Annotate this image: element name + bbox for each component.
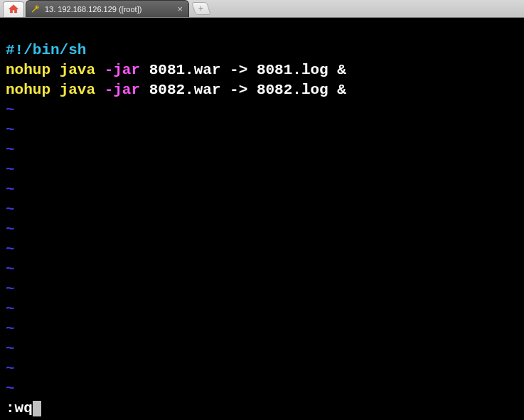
terminal-viewport[interactable]: #!/bin/sh nohup java -jar 8081.war -> 80… [0,18,524,420]
tab-bar: 13. 192.168.126.129 ([root]) × + [0,0,524,18]
cursor [33,401,41,416]
tilde-line: ~ [6,102,15,118]
tilde-line: ~ [6,321,15,337]
tilde-line: ~ [6,360,15,377]
tilde-line: ~ [6,201,15,217]
editor-content: #!/bin/sh nohup java -jar 8081.war -> 80… [6,21,518,399]
tilde-line: ~ [6,241,15,257]
code-line: nohup java -jar 8082.war -> 8082.log & [6,82,346,98]
tab-active[interactable]: 13. 192.168.126.129 ([root]) × [26,0,189,17]
tilde-line: ~ [6,261,15,277]
wrench-icon [31,4,41,14]
tilde-line: ~ [6,380,15,397]
plus-icon: + [198,4,203,14]
tab-close-button[interactable]: × [177,4,183,14]
new-tab-button[interactable]: + [191,2,211,15]
home-icon [8,4,19,16]
tilde-line: ~ [6,161,15,178]
tilde-line: ~ [6,281,15,297]
tilde-line: ~ [6,221,15,237]
shebang-line: #!/bin/sh [6,42,86,58]
tilde-line: ~ [6,122,15,138]
tilde-line: ~ [6,141,15,158]
vim-command: :wq [6,400,33,416]
tilde-line: ~ [6,181,15,198]
home-button[interactable] [3,1,24,17]
command-line[interactable]: :wq [6,399,518,419]
tab-title: 13. 192.168.126.129 ([root]) [45,5,173,14]
tilde-line: ~ [6,301,15,317]
code-line: nohup java -jar 8081.war -> 8081.log & [6,62,346,78]
tilde-line: ~ [6,340,15,357]
terminal-window: 13. 192.168.126.129 ([root]) × + #!/bin/… [0,0,524,420]
